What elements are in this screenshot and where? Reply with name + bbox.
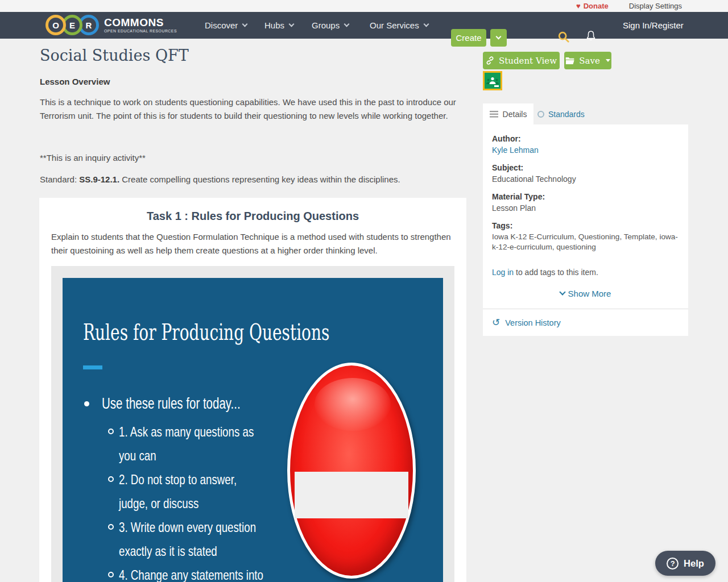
standard-prefix: Standard: [40, 174, 79, 184]
help-label: Help [684, 558, 704, 569]
logo-subtitle: OPEN EDUCATIONAL RESOURCES [104, 29, 177, 33]
material-type-label: Material Type: [492, 192, 679, 202]
search-icon [557, 31, 570, 43]
show-more-button[interactable]: Show More [492, 289, 679, 298]
donate-label: Donate [584, 2, 609, 10]
student-view-label: Student View [499, 56, 557, 66]
nav-discover[interactable]: Discover [205, 12, 247, 39]
tags-label: Tags: [492, 221, 679, 231]
slide-title-underline [83, 365, 102, 369]
task-card: Task 1 : Rules for Producing Questions E… [39, 198, 466, 582]
slide-title: Rules for Producing Questions [83, 319, 329, 345]
standard-text: Create compelling questions representing… [119, 174, 400, 184]
bullet-circle-icon [108, 476, 114, 482]
donate-link[interactable]: ♥Donate [576, 2, 609, 10]
bullet-circle-icon [108, 524, 114, 530]
tab-standards-label: Standards [548, 110, 585, 119]
chevron-down-icon [289, 22, 295, 27]
nav-hubs-label: Hubs [264, 20, 284, 30]
lesson-overview-text: This is a technique to work on students … [40, 95, 456, 123]
no-entry-sign-graphic [287, 363, 416, 579]
bell-icon [585, 30, 597, 42]
chevron-down-icon [242, 22, 248, 27]
task-heading: Task 1 : Rules for Producing Questions [39, 210, 466, 223]
login-prompt: Log in to add tags to this item. [492, 267, 679, 277]
tab-details-label: Details [503, 110, 527, 119]
standard-line: Standard: SS.9-12.1. Create compelling q… [40, 174, 400, 184]
chevron-down-icon [496, 34, 502, 40]
nav-hubs[interactable]: Hubs [264, 12, 293, 39]
embedded-slide-frame: Rules for Producing Questions Use these … [51, 266, 454, 582]
tab-details[interactable]: Details [483, 103, 533, 124]
top-utility-bar: ♥Donate Display Settings [0, 0, 728, 12]
lesson-overview-heading: Lesson Overview [40, 77, 110, 86]
author-label: Author: [492, 134, 679, 144]
history-icon: ↺ [492, 318, 500, 327]
save-label: Save [579, 56, 600, 66]
chevron-down-icon [423, 22, 429, 27]
search-button[interactable] [557, 31, 570, 45]
main-navbar: O E R COMMONS OPEN EDUCATIONAL RESOURCES… [0, 12, 728, 39]
notifications-button[interactable] [585, 30, 597, 44]
circle-icon [537, 111, 544, 118]
tags-value: Iowa K-12 E-Curriculum, Questioning, Tem… [492, 232, 679, 252]
nav-groups-label: Groups [312, 20, 340, 30]
login-suffix: to add tags to this item. [514, 268, 598, 277]
bullet-circle-icon [108, 429, 114, 434]
list-icon [490, 111, 498, 118]
subject-label: Subject: [492, 163, 679, 173]
display-settings-link[interactable]: Display Settings [629, 2, 682, 10]
logo-title: COMMONS [104, 17, 177, 28]
sign-in-register-link[interactable]: Sign In/Register [623, 12, 684, 39]
slide-lead-bullet-text: Use these rules for today... [102, 395, 241, 413]
heart-icon: ♥ [576, 2, 581, 10]
show-more-label: Show More [568, 289, 611, 298]
create-button[interactable]: Create [451, 29, 486, 47]
slide-image[interactable]: Rules for Producing Questions Use these … [63, 278, 443, 582]
classroom-bar-detail [494, 85, 499, 87]
version-history-label: Version History [505, 318, 561, 327]
question-mark-icon: ? [667, 558, 679, 569]
log-in-link[interactable]: Log in [492, 268, 514, 277]
nav-groups[interactable]: Groups [312, 12, 349, 39]
folder-icon [565, 57, 574, 65]
bullet-dot-icon [84, 401, 89, 406]
details-panel: Author: Kyle Lehman Subject: Educational… [483, 124, 688, 336]
rule-text: 2. Do not stop to answer, judge, or disc… [119, 468, 305, 516]
rule-text: 1. Ask as many questions as you can [119, 420, 305, 468]
tab-standards[interactable]: Standards [537, 103, 585, 124]
create-dropdown-button[interactable] [490, 29, 507, 47]
subject-value: Educational Technology [492, 174, 679, 184]
nav-our-services-label: Our Services [370, 20, 419, 30]
sign-white-bar [295, 472, 408, 518]
version-history-button[interactable]: ↺ Version History [483, 309, 688, 336]
save-button[interactable]: Save [564, 52, 611, 69]
google-classroom-button[interactable] [483, 71, 502, 90]
standard-code: SS.9-12.1. [79, 174, 119, 184]
task-description: Explain to students that the Question Fo… [51, 230, 454, 257]
link-icon [486, 56, 494, 65]
list-item: 4. Change any statements into [108, 563, 358, 582]
sign-gloss-highlight [315, 378, 391, 431]
logo-letter-o: O [46, 15, 66, 35]
caret-down-icon [606, 59, 610, 62]
slide-lead-bullet: Use these rules for today... [84, 395, 284, 413]
bullet-circle-icon [108, 572, 114, 577]
chevron-down-icon [559, 289, 565, 295]
help-button[interactable]: ? Help [655, 551, 715, 576]
chevron-down-icon [344, 22, 350, 27]
inquiry-note: **This is an inquiry activity** [40, 153, 146, 163]
rule-text: 4. Change any statements into [119, 563, 305, 582]
nav-our-services[interactable]: Our Services [370, 12, 428, 39]
rule-text: 3. Write down every question exactly as … [119, 516, 305, 563]
page-title: Social Studies QFT [40, 47, 189, 64]
author-link[interactable]: Kyle Lehman [492, 146, 539, 155]
oer-commons-logo[interactable]: O E R COMMONS OPEN EDUCATIONAL RESOURCES [46, 15, 177, 35]
nav-discover-label: Discover [205, 20, 238, 30]
logo-wordmark: COMMONS OPEN EDUCATIONAL RESOURCES [104, 17, 177, 33]
material-type-value: Lesson Plan [492, 203, 679, 213]
student-view-button[interactable]: Student View [483, 52, 560, 69]
